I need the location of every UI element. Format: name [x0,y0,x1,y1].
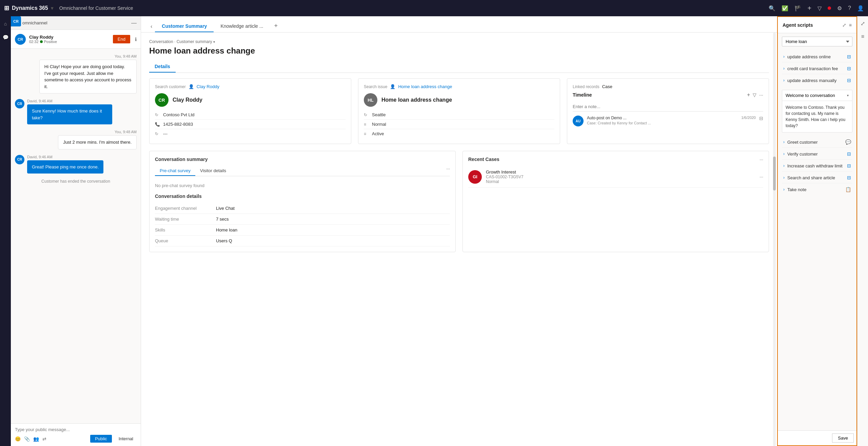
brand: ⊞ Dynamics 365 ▾ [4,4,53,12]
welcome-selector[interactable]: Welcome to conversation [786,93,847,98]
action-item-search[interactable]: › Search and share article ⊟ [782,172,852,183]
expand-icon[interactable]: ⤢ [842,22,846,28]
help-icon[interactable]: ? [848,5,851,11]
internal-button[interactable]: Internal [115,435,137,443]
msg-bubble-c1: Sure Kenny! How much time does it take? [27,104,112,124]
case-info-row: HL Home loan address change [364,93,554,107]
case-item-info: Growth Interest CAS-01002-T3G5V7 Normal [486,169,755,184]
minimize-icon[interactable]: — [131,20,137,26]
location-icon: ↻ [364,113,369,117]
settings-icon[interactable]: ⚙ [837,5,842,12]
conv-tabs-more[interactable]: ··· [446,166,450,176]
search-customer-link[interactable]: Clay Roddy [197,84,219,89]
verify-label: Verify customer [787,151,818,157]
contact-name: Clay Roddy [29,35,110,40]
checkmark-icon[interactable]: ✅ [782,5,788,12]
message-agent-2: You, 9:48 AM Just 2 more mins. I'm almos… [58,130,137,149]
attach-icon[interactable]: 📎 [24,436,30,442]
cards-grid-row1: Search customer 👤 Clay Roddy CR Clay Rod… [149,78,769,144]
transfer-icon[interactable]: ⇄ [42,436,46,442]
agent-scripts-title: Agent scripts [783,22,840,28]
recent-case-item-1: GI Growth Interest CAS-01002-T3G5V7 Norm… [468,166,763,188]
chat-toolbar: 😊 📎 👥 ⇄ Public Internal [15,435,137,443]
timeline-more-icon[interactable]: ··· [759,92,763,98]
conv-tab-visitor[interactable]: Visitor details [195,166,231,176]
extra-value: --- [163,131,167,136]
customer-extra: ↻ --- [155,129,346,138]
rpt-expand-icon[interactable]: ⤢ [859,19,866,28]
search-arrow: › [783,175,785,180]
customer-name: Clay Roddy [173,97,202,103]
emoji-icon[interactable]: 😊 [15,436,21,442]
add-icon[interactable]: + [807,4,811,12]
recent-cases-header: Recent Cases ··· [468,157,763,162]
nav-back-icon[interactable]: ‹ [148,21,155,32]
save-button[interactable]: Save [832,433,854,443]
search-issue-link[interactable]: Home loan address change [398,84,452,89]
public-button[interactable]: Public [90,435,112,443]
brand-name: Dynamics 365 [12,5,48,11]
right-panel-toggle: ⤢ ≡ [857,16,868,446]
conv-summary-tabs: Pre-chat survey Visitor details ··· [155,166,450,176]
recent-cases-more[interactable]: ··· [760,157,763,162]
info-icon[interactable]: ℹ [135,37,137,42]
action-item-greet[interactable]: › Greet customer 💬 [782,137,852,148]
tab-customer-summary[interactable]: Customer Summary [155,21,214,32]
tab-add-button[interactable]: + [270,20,282,32]
chat-input[interactable] [15,427,137,432]
action-item-verify[interactable]: › Verify customer ⊟ [782,148,852,160]
search-person-icon: 👤 [189,84,194,89]
end-button[interactable]: End [113,35,130,43]
scrollbar-track[interactable] [773,33,776,446]
contact-time: 02:32 [29,40,39,44]
conv-detail-queue: Queue Users Q [155,236,450,246]
case-item-priority: Normal [486,179,755,184]
timeline-filter-icon[interactable]: ▽ [753,92,756,98]
detail-tab-details[interactable]: Details [149,61,176,73]
timeline-entry-date: 1/6/2020 [741,116,756,120]
flag-icon[interactable]: 🏴 [794,5,801,12]
top-nav: ⊞ Dynamics 365 ▾ Omnichannel for Custome… [0,0,868,16]
scrollbar-thumb[interactable] [773,157,776,190]
queue-label: Queue [155,238,216,243]
tab-knowledge-article[interactable]: Knowledge article ... [214,21,270,32]
search-icon[interactable]: 🔍 [769,5,775,12]
timeline-note-input[interactable] [573,102,763,112]
list-icon[interactable]: ≡ [849,22,852,28]
increase-label: Increase cash withdraw limit [787,163,843,168]
sidebar-chat-icon[interactable]: 💬 [1,33,11,42]
skills-value: Home loan [216,227,237,232]
customer-account: ↻ Contoso Pvt Ltd [155,110,346,120]
conv-tab-prechat[interactable]: Pre-chat survey [155,166,195,176]
script-item-arrow-2: › [783,66,785,71]
search-issue-icon: 👤 [390,84,395,89]
customer-phone: 📞 1425-882-8083 [155,120,346,129]
avatar-msg-cr1: CR [15,99,24,108]
avatar-msg-cr2: CR [15,155,24,164]
person-icon[interactable]: 👤 [857,5,864,12]
timeline-add-icon[interactable]: + [747,92,750,98]
status-value: Active [372,131,384,136]
tabs-header: ‹ Customer Summary Knowledge article ...… [141,16,777,33]
conv-detail-channel: Engagement channel Live Chat [155,203,450,214]
agent-scripts-header: Agent scripts ⤢ ≡ [778,17,856,33]
cr-session-indicator[interactable]: CR [11,16,21,26]
avatar-cr: CR [15,34,26,45]
script-item-3[interactable]: › update address manually ⊟ [782,75,852,86]
filter-icon[interactable]: ▽ [817,5,822,12]
queue-value: Users Q [216,238,232,243]
sidebar-home-icon[interactable]: ⌂ [2,19,9,28]
action-item-increase[interactable]: › Increase cash withdraw limit ⊟ [782,160,852,171]
rpt-list-icon[interactable]: ≡ [860,32,866,41]
script-item-arrow-3: › [783,78,785,83]
action-item-note[interactable]: › Take note 📋 [782,184,852,195]
person-add-icon[interactable]: 👥 [33,436,39,442]
channel-value: Live Chat [216,206,235,211]
message-agent-1: You, 9:48 AM Hi Clay! Hope your are doin… [39,54,137,94]
script-items: › update address online ⊟ › credit card … [778,50,856,87]
script-item-2[interactable]: › credit card transaction fee ⊟ [782,63,852,74]
msg-time-c2: David, 9:46 AM [27,155,103,159]
case-item-more[interactable]: ··· [760,174,763,179]
script-item-1[interactable]: › update address online ⊟ [782,51,852,62]
script-selector[interactable]: Home loan [782,37,852,46]
